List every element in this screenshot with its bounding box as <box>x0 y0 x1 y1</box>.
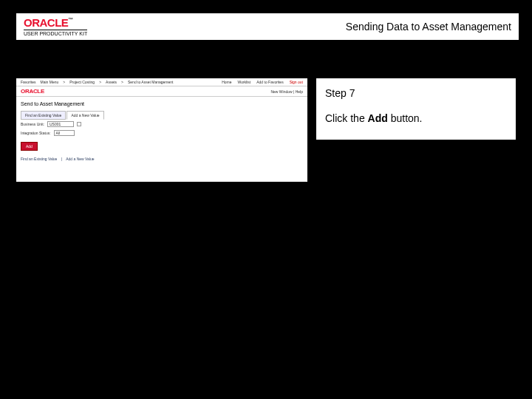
nav-worklist[interactable]: Worklist <box>238 80 251 84</box>
doc-header: ORACLE™ USER PRODUCTIVITY KIT Sending Da… <box>16 13 519 40</box>
app-brand-row: ORACLE New Window | Help <box>16 86 307 97</box>
nav-home[interactable]: Home <box>222 80 231 84</box>
app-oracle-logo: ORACLE <box>21 88 44 95</box>
page-title: Send to Asset Management <box>16 97 307 111</box>
doc-title: Sending Data to Asset Management <box>346 21 511 33</box>
input-business-unit[interactable]: US001 <box>47 121 74 127</box>
step-label: Step 7 <box>325 86 507 100</box>
link-find-existing[interactable]: Find an Existing Value <box>21 157 57 161</box>
nav-add-favorites[interactable]: Add to Favorites <box>256 80 283 84</box>
tab-add-new[interactable]: Add a New Value <box>66 111 103 120</box>
label-business-unit: Business Unit: <box>21 122 44 126</box>
nav-main-menu[interactable]: Main Menu <box>41 80 59 84</box>
bottom-links: Find an Existing Value | Add a New Value <box>16 155 307 163</box>
link-add-new[interactable]: Add a New Value <box>66 157 94 161</box>
tab-find-existing[interactable]: Find an Existing Value <box>21 111 66 120</box>
nav-assets[interactable]: Assets <box>106 80 117 84</box>
new-window-help[interactable]: New Window | Help <box>270 89 303 94</box>
field-business-unit: Business Unit: US001 <box>16 120 307 129</box>
oracle-logo: ORACLE™ <box>24 17 87 28</box>
field-integration-status: Integration Status: All <box>16 129 307 137</box>
label-integration-status: Integration Status: <box>21 131 51 135</box>
nav-project-costing[interactable]: Project Costing <box>69 80 95 84</box>
instruction-panel: Step 7 Click the Add button. <box>316 78 516 140</box>
nav-signout[interactable]: Sign out <box>290 80 303 84</box>
instruction-after: button. <box>388 112 423 124</box>
instruction-text: Click the Add button. <box>325 111 507 126</box>
add-button[interactable]: Add <box>21 142 38 151</box>
brand-subtitle: USER PRODUCTIVITY KIT <box>24 30 87 36</box>
lookup-icon[interactable] <box>77 122 81 126</box>
select-integration-status[interactable]: All <box>54 130 75 136</box>
brand-logo-text: ORACLE <box>24 16 68 29</box>
nav-right: Home Worklist Add to Favorites Sign out <box>222 80 303 84</box>
link-sep: | <box>61 157 62 161</box>
app-screenshot: Favorites Main Menu > Project Costing > … <box>16 78 307 182</box>
nav-send-asset-mgmt[interactable]: Send to Asset Management <box>128 80 173 84</box>
brand-tm: ™ <box>68 17 73 22</box>
tab-strip: Find an Existing Value Add a New Value <box>16 111 307 120</box>
instruction-bold: Add <box>368 112 388 124</box>
brand-block: ORACLE™ USER PRODUCTIVITY KIT <box>24 17 87 36</box>
nav-favorites[interactable]: Favorites <box>21 80 36 84</box>
instruction-before: Click the <box>325 112 368 124</box>
top-nav: Favorites Main Menu > Project Costing > … <box>16 78 307 86</box>
